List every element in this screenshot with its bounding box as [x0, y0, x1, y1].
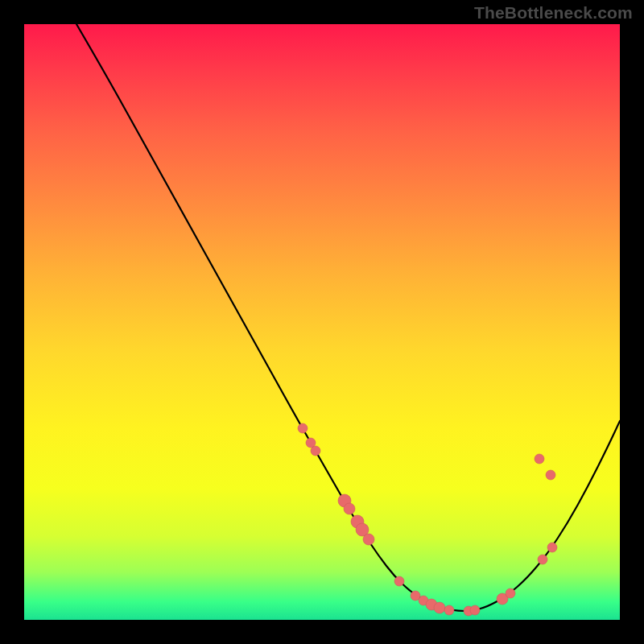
highlight-dot: [546, 470, 555, 480]
highlight-dot: [470, 605, 480, 615]
bottleneck-curve: [76, 24, 620, 611]
highlight-dot: [363, 534, 374, 545]
highlight-dot: [434, 602, 445, 613]
highlight-dot: [506, 588, 515, 598]
highlight-dot: [538, 555, 547, 564]
highlight-dot: [547, 543, 557, 552]
highlight-dot: [344, 503, 355, 514]
watermark-text: TheBottleneck.com: [474, 3, 633, 23]
plot-area: [24, 24, 620, 620]
highlight-dot: [394, 576, 404, 586]
highlight-dot: [298, 423, 308, 433]
highlight-dot: [535, 454, 544, 464]
highlight-dot: [311, 446, 320, 456]
chart-stage: TheBottleneck.com: [0, 0, 644, 644]
curve-layer: [24, 24, 620, 620]
highlight-dot: [444, 605, 454, 615]
